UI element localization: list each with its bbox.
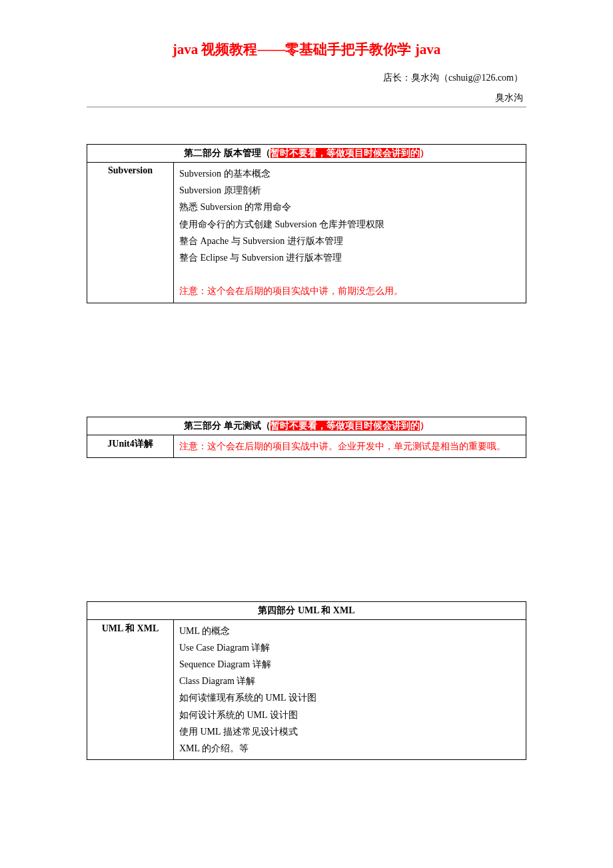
section3-header-highlight: 暂时不要看，等做项目时候会讲到的: [271, 421, 420, 431]
section2-item: 熟悉 Subversion 的常用命令: [179, 199, 520, 215]
section4-table: 第四部分 UML 和 XML UML 和 XML UML 的概念 Use Cas…: [87, 601, 526, 761]
section3-table: 第三部分 单元测试（暂时不要看，等做项目时候会讲到的） JUnit4详解 注意：…: [87, 417, 526, 458]
section3-header-prefix: 第三部分 单元测试（: [184, 421, 271, 431]
divider: [87, 107, 526, 107]
section4-item: Sequence Diagram 详解: [179, 656, 520, 673]
footer-label: 臭水沟: [0, 92, 613, 104]
section4-item: Class Diagram 详解: [179, 673, 520, 689]
section2-header-suffix: ）: [420, 148, 429, 158]
section2-item: Subversion 的基本概念: [179, 165, 520, 182]
section3-content: 注意：这个会在后期的项目实战中讲。企业开发中，单元测试是相当的重要哦。: [174, 435, 526, 457]
section4-item: UML 的概念: [179, 623, 520, 639]
section3-header-suffix: ）: [420, 421, 429, 431]
section4-left-label: UML 和 XML: [87, 619, 174, 760]
section4-item: 使用 UML 描述常见设计模式: [179, 723, 520, 740]
section4-header: 第四部分 UML 和 XML: [87, 601, 526, 619]
section2-item: 使用命令行的方式创建 Subversion 仓库并管理权限: [179, 216, 520, 233]
section2-item: Subversion 原理剖析: [179, 182, 520, 199]
section4-item: Use Case Diagram 详解: [179, 639, 520, 656]
spacer: [179, 266, 520, 283]
section3-note: 注意：这个会在后期的项目实战中讲。企业开发中，单元测试是相当的重要哦。: [179, 441, 506, 451]
section2-header-highlight: 暂时不要看，等做项目时候会讲到的: [271, 148, 420, 158]
section2-left-label: Subversion: [87, 163, 174, 303]
section4-item: XML 的介绍。等: [179, 740, 520, 757]
section4-item: 如何读懂现有系统的 UML 设计图: [179, 689, 520, 706]
section3-left-label: JUnit4详解: [87, 435, 174, 457]
section3-header: 第三部分 单元测试（暂时不要看，等做项目时候会讲到的）: [87, 417, 526, 435]
section2-item: 整合 Apache 与 Subversion 进行版本管理: [179, 233, 520, 249]
section4-item: 如何设计系统的 UML 设计图: [179, 707, 520, 723]
section2-header-prefix: 第二部分 版本管理（: [184, 148, 271, 158]
section2-item: 整合 Eclipse 与 Subversion 进行版本管理: [179, 249, 520, 266]
section4-content: UML 的概念 Use Case Diagram 详解 Sequence Dia…: [174, 619, 526, 760]
page-title: java 视频教程——零基础手把手教你学 java: [0, 40, 613, 59]
author-line: 店长：臭水沟（cshuig@126.com）: [0, 72, 613, 84]
section2-header: 第二部分 版本管理（暂时不要看，等做项目时候会讲到的）: [87, 145, 526, 163]
section2-table: 第二部分 版本管理（暂时不要看，等做项目时候会讲到的） Subversion S…: [87, 144, 526, 303]
section2-note: 注意：这个会在后期的项目实战中讲，前期没怎么用。: [179, 283, 520, 299]
section2-content: Subversion 的基本概念 Subversion 原理剖析 熟悉 Subv…: [174, 163, 526, 303]
